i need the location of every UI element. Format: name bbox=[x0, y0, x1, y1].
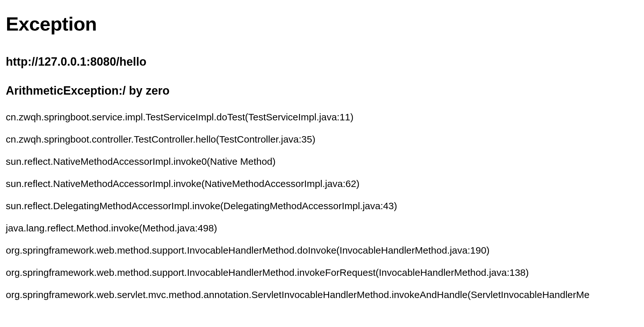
stack-trace-line: cn.zwqh.springboot.service.impl.TestServ… bbox=[6, 112, 638, 123]
stack-trace-line: org.springframework.web.servlet.mvc.meth… bbox=[6, 289, 638, 300]
stack-trace-line: sun.reflect.NativeMethodAccessorImpl.inv… bbox=[6, 156, 638, 167]
stack-trace-line: sun.reflect.DelegatingMethodAccessorImpl… bbox=[6, 201, 638, 211]
stack-trace-line: sun.reflect.NativeMethodAccessorImpl.inv… bbox=[6, 178, 638, 189]
exception-message: ArithmeticException:/ by zero bbox=[6, 84, 638, 98]
request-url: http://127.0.0.1:8080/hello bbox=[6, 55, 638, 69]
stack-trace-line: cn.zwqh.springboot.controller.TestContro… bbox=[6, 134, 638, 145]
exception-title: Exception bbox=[6, 13, 638, 35]
stack-trace-container: cn.zwqh.springboot.service.impl.TestServ… bbox=[6, 112, 638, 300]
stack-trace-line: java.lang.reflect.Method.invoke(Method.j… bbox=[6, 223, 638, 234]
stack-trace-line: org.springframework.web.method.support.I… bbox=[6, 245, 638, 256]
stack-trace-line: org.springframework.web.method.support.I… bbox=[6, 267, 638, 278]
